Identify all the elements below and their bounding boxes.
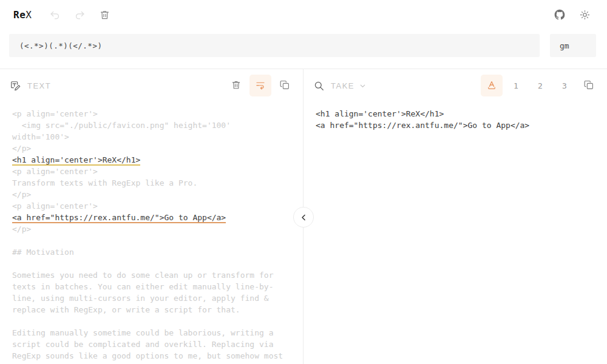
text-line: </p> <box>12 143 291 154</box>
redo-button[interactable] <box>70 4 90 25</box>
copy-result-button[interactable] <box>578 75 600 96</box>
text-line: </p> <box>12 223 291 235</box>
text-line: <p align='center'> <box>12 200 291 212</box>
word-wrap-toggle[interactable] <box>249 75 271 96</box>
trash-icon <box>231 79 242 92</box>
input-text-area[interactable]: <p align='center'> <img src="./public/fa… <box>0 102 303 362</box>
app-logo[interactable]: ReX <box>13 9 32 21</box>
text-line: <p align='center'> <box>12 108 291 120</box>
text-line: <h1 align='center'>ReX</h1> <box>12 154 291 166</box>
match-underline-icon <box>486 79 497 92</box>
group-1-button[interactable]: 1 <box>505 75 527 96</box>
logo-text-bold: Re <box>13 9 25 21</box>
text-line: RegExp sounds like a good options to me,… <box>12 350 291 362</box>
text-line <box>12 258 291 269</box>
undo-icon <box>49 9 61 21</box>
copy-icon <box>279 79 290 92</box>
top-bar: ReX <box>0 0 607 29</box>
pattern-row <box>9 34 596 57</box>
text-panel: TEXT <p align='center'> <img src="./publ… <box>0 69 304 364</box>
copy-icon <box>583 79 594 92</box>
text-line: Sometimes you need to do some clean up o… <box>12 269 291 281</box>
github-icon <box>554 8 566 21</box>
undo-button[interactable] <box>45 4 66 25</box>
result-line: <h1 align='center'>ReX</h1> <box>316 108 595 120</box>
trash-icon <box>99 9 110 21</box>
full-match-toggle[interactable] <box>481 75 503 96</box>
text-line: <img src="./public/favicon.png" height='… <box>12 120 291 131</box>
word-wrap-icon <box>255 79 266 92</box>
text-line: <p align='center'> <box>12 166 291 177</box>
text-line: texts in batches. You can either edit ma… <box>12 281 291 292</box>
sun-icon <box>579 9 591 21</box>
take-mode-dropdown[interactable] <box>359 82 367 90</box>
text-line: ## Motivation <box>12 246 291 258</box>
result-line: <a href="https://rex.antfu.me/">Go to Ap… <box>316 120 595 131</box>
redo-icon <box>74 9 86 21</box>
clear-text-button[interactable] <box>225 75 247 96</box>
text-line <box>12 235 291 246</box>
match-highlight: <h1 align='center'>ReX</h1> <box>12 155 140 166</box>
clear-all-button[interactable] <box>95 4 115 25</box>
text-line <box>12 315 291 327</box>
search-icon <box>313 80 325 92</box>
text-line: replace with RegExp, or write a script f… <box>12 304 291 315</box>
collapse-panel-button[interactable] <box>293 207 314 228</box>
text-line: script could be complicated and overkill… <box>12 339 291 350</box>
result-text-area: <h1 align='center'>ReX</h1><a href="http… <box>304 102 607 131</box>
chevron-left-icon <box>299 213 308 222</box>
take-panel-header: TAKE 1 2 3 <box>304 69 607 102</box>
match-highlight: <a href="https://rex.antfu.me/">Go to Ap… <box>12 213 226 223</box>
text-line: <a href="https://rex.antfu.me/">Go to Ap… <box>12 212 291 223</box>
github-link[interactable] <box>549 4 570 25</box>
regex-flags-input[interactable] <box>550 34 596 57</box>
text-panel-header: TEXT <box>0 69 303 102</box>
text-line: width='100'> <box>12 131 291 143</box>
logo-text-light: X <box>25 9 32 21</box>
group-2-button[interactable]: 2 <box>529 75 551 96</box>
group-3-button[interactable]: 3 <box>554 75 575 96</box>
copy-text-button[interactable] <box>274 75 296 96</box>
chevron-down-icon <box>359 82 367 90</box>
take-panel: TAKE 1 2 3 <h1 align='center'>ReX</h1 <box>304 69 607 364</box>
text-line: line, using multi-cursors in your editor… <box>12 292 291 304</box>
text-edit-icon <box>10 80 21 92</box>
text-panel-title: TEXT <box>27 81 51 90</box>
regex-pattern-input[interactable] <box>9 34 540 57</box>
text-line: </p> <box>12 189 291 200</box>
text-line: Transform texts with RegExp like a Pro. <box>12 177 291 189</box>
take-panel-title: TAKE <box>331 81 354 90</box>
text-line: Editing manually sometime could be labor… <box>12 327 291 339</box>
theme-toggle-button[interactable] <box>574 4 595 25</box>
main-split: TEXT <p align='center'> <img src="./publ… <box>0 69 607 364</box>
